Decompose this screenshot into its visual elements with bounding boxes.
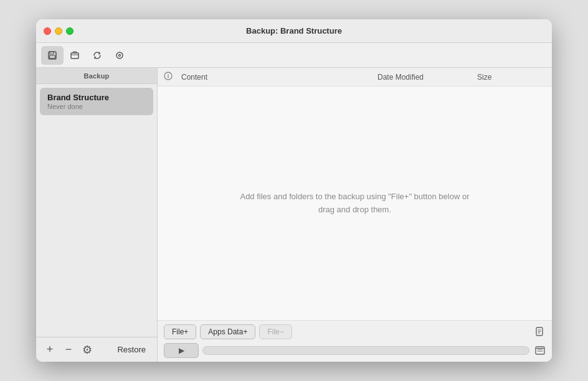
- svg-rect-2: [50, 55, 55, 59]
- content-body: Add files and folders to the backup usin…: [158, 87, 552, 320]
- close-button[interactable]: [44, 27, 51, 35]
- empty-state-message: Add files and folders to the backup usin…: [237, 190, 473, 217]
- add-backup-button[interactable]: +: [42, 342, 57, 357]
- sidebar-footer: + − ⚙ Restore: [36, 337, 157, 362]
- settings-backup-button[interactable]: ⚙: [80, 342, 95, 357]
- progress-track: [202, 346, 529, 355]
- svg-rect-1: [50, 52, 54, 54]
- play-button[interactable]: ▶: [164, 343, 199, 358]
- sidebar-item-brand-structure[interactable]: Brand Structure Never done: [40, 88, 153, 115]
- archive-icon: [70, 50, 80, 60]
- sync-toolbar-btn[interactable]: [86, 46, 108, 65]
- file-minus-button[interactable]: File−: [259, 324, 292, 339]
- sidebar-item-name: Brand Structure: [47, 93, 146, 102]
- svg-rect-5: [74, 52, 77, 53]
- svg-point-10: [168, 74, 168, 75]
- play-icon: ▶: [179, 346, 184, 355]
- content-header: Content Date Modified Size: [158, 68, 552, 87]
- col-content-header: Content: [181, 73, 377, 82]
- window-title: Backup: Brand Structure: [246, 26, 342, 35]
- minimize-button[interactable]: [55, 27, 62, 35]
- bottom-bar: File+ Apps Data+ File− ▶: [158, 320, 552, 362]
- options-toolbar-btn[interactable]: [108, 46, 131, 65]
- traffic-lights: [44, 27, 74, 35]
- col-info-header: [164, 72, 179, 82]
- progress-bar-row: ▶: [164, 343, 546, 358]
- col-date-header: Date Modified: [377, 73, 477, 82]
- restore-button[interactable]: Restore: [112, 343, 151, 356]
- content-area: Content Date Modified Size Add files and…: [158, 68, 552, 362]
- sync-icon: [92, 50, 102, 60]
- svg-rect-3: [71, 53, 78, 59]
- main-content: Backup Brand Structure Never done + − ⚙ …: [36, 68, 552, 362]
- archive-toolbar-btn[interactable]: [64, 46, 86, 65]
- sidebar-header: Backup: [36, 68, 157, 84]
- title-bar: Backup: Brand Structure: [36, 19, 552, 43]
- remove-backup-button[interactable]: −: [61, 342, 76, 357]
- svg-point-7: [119, 54, 121, 56]
- toolbar: [36, 43, 552, 68]
- col-size-header: Size: [477, 73, 527, 82]
- log-icon[interactable]: [534, 345, 546, 356]
- file-plus-button[interactable]: File+: [164, 324, 196, 339]
- sidebar-item-subtitle: Never done: [47, 103, 146, 110]
- options-icon: [115, 50, 125, 60]
- sidebar-list: Brand Structure Never done: [36, 84, 157, 337]
- svg-rect-15: [536, 347, 544, 354]
- sidebar: Backup Brand Structure Never done + − ⚙ …: [36, 68, 158, 362]
- svg-point-6: [116, 52, 123, 59]
- backup-icon: [47, 50, 57, 60]
- action-buttons: File+ Apps Data+ File−: [164, 324, 546, 339]
- backup-toolbar-btn[interactable]: [41, 46, 64, 65]
- maximize-button[interactable]: [66, 27, 74, 35]
- apps-data-plus-button[interactable]: Apps Data+: [200, 324, 255, 339]
- info-col-icon: [164, 72, 173, 80]
- doc-icon[interactable]: [534, 326, 546, 337]
- app-window: Backup: Brand Structure: [36, 19, 552, 362]
